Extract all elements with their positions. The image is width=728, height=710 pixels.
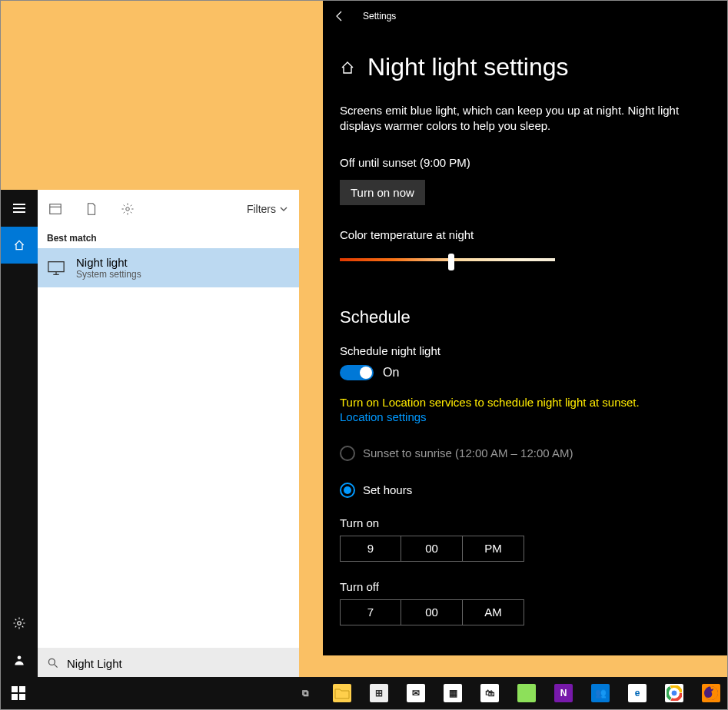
result-night-light[interactable]: Night light System settings xyxy=(38,248,299,287)
user-icon xyxy=(13,654,25,666)
rail-menu-button[interactable] xyxy=(1,190,38,227)
schedule-toggle[interactable] xyxy=(340,365,374,380)
start-button[interactable] xyxy=(1,677,35,709)
turn-off-label: Turn off xyxy=(340,580,712,593)
filters-dropdown[interactable]: Filters xyxy=(247,203,288,215)
svg-point-1 xyxy=(18,655,22,659)
radio-sunset-row[interactable]: Sunset to sunrise (12:00 AM – 12:00 AM) xyxy=(340,446,712,461)
svg-rect-13 xyxy=(19,694,25,700)
turn-on-time: 9 00 PM xyxy=(340,536,712,562)
search-panel: Filters Best match Night light System se… xyxy=(38,190,299,678)
svg-rect-5 xyxy=(48,261,64,271)
people-icon[interactable]: 👥 xyxy=(584,681,617,705)
search-icon xyxy=(47,657,59,669)
color-temp-label: Color temperature at night xyxy=(340,228,712,241)
onenote-icon[interactable]: N xyxy=(547,681,580,705)
start-rail xyxy=(1,190,38,678)
task-view-icon[interactable]: ⧉ xyxy=(289,681,321,705)
rail-user-button[interactable] xyxy=(1,642,38,678)
radio-sunset[interactable] xyxy=(340,446,355,461)
turn-on-now-button[interactable]: Turn on now xyxy=(340,180,425,205)
calculator-icon[interactable]: ⊞ xyxy=(363,681,395,705)
status-text: Off until sunset (9:00 PM) xyxy=(340,156,712,169)
schedule-toggle-label: Schedule night light xyxy=(340,344,712,357)
settings-body: Night light settings Screens emit blue l… xyxy=(323,32,728,625)
svg-rect-11 xyxy=(19,686,25,692)
taskbar-apps: ⧉⊞✉▦🛍N👥e xyxy=(283,681,727,705)
window-label: Settings xyxy=(363,11,396,22)
apps-scope-icon[interactable] xyxy=(48,202,62,216)
schedule-heading: Schedule xyxy=(340,307,712,327)
taskbar: ⧉⊞✉▦🛍N👥e xyxy=(1,677,727,709)
sticky-notes-icon[interactable] xyxy=(510,681,543,705)
page-title-row: Night light settings xyxy=(340,53,712,81)
turn-off-min[interactable]: 00 xyxy=(401,599,463,625)
documents-scope-icon[interactable] xyxy=(85,202,98,216)
settings-window: Settings Night light settings Screens em… xyxy=(323,1,728,655)
search-input[interactable] xyxy=(67,657,290,670)
color-temp-slider[interactable] xyxy=(340,249,555,272)
home-icon[interactable] xyxy=(340,60,355,75)
windows-logo-icon xyxy=(12,686,25,700)
svg-point-8 xyxy=(48,659,55,665)
location-warning: Turn on Location services to schedule ni… xyxy=(340,396,712,409)
svg-rect-12 xyxy=(12,694,18,700)
turn-on-hour[interactable]: 9 xyxy=(340,536,401,562)
result-title: Night light xyxy=(76,256,141,269)
chevron-down-icon xyxy=(279,204,288,214)
edge-icon[interactable]: e xyxy=(621,681,653,705)
firefox-icon[interactable] xyxy=(695,681,727,705)
rail-home-button[interactable] xyxy=(1,227,38,264)
svg-rect-2 xyxy=(50,204,61,214)
hamburger-icon xyxy=(13,204,25,213)
turn-on-label: Turn on xyxy=(340,516,712,529)
slider-track xyxy=(340,258,555,261)
svg-point-0 xyxy=(18,622,22,625)
turn-off-ampm[interactable]: AM xyxy=(463,599,524,625)
slider-thumb[interactable] xyxy=(448,254,454,270)
location-settings-link[interactable]: Location settings xyxy=(340,410,427,423)
monitor-icon xyxy=(47,260,65,277)
turn-on-ampm[interactable]: PM xyxy=(463,536,524,562)
file-explorer-icon[interactable] xyxy=(326,681,358,705)
turn-off-time: 7 00 AM xyxy=(340,599,712,625)
search-input-row xyxy=(38,648,299,678)
calendar-icon[interactable]: ▦ xyxy=(437,681,469,705)
radio-sethours-label: Set hours xyxy=(363,483,412,496)
turn-off-hour[interactable]: 7 xyxy=(340,599,401,625)
result-subtitle: System settings xyxy=(76,269,141,280)
search-results-area xyxy=(38,287,299,648)
radio-sethours-row[interactable]: Set hours xyxy=(340,483,712,498)
svg-point-4 xyxy=(126,207,130,211)
page-description: Screens emit blue light, which can keep … xyxy=(340,103,701,134)
schedule-toggle-state: On xyxy=(383,366,399,380)
search-toolbar: Filters xyxy=(38,190,299,228)
schedule-toggle-row: On xyxy=(340,365,712,380)
settings-scope-icon[interactable] xyxy=(121,202,135,216)
back-arrow-icon[interactable] xyxy=(334,10,346,22)
chrome-icon[interactable] xyxy=(658,681,690,705)
turn-on-min[interactable]: 00 xyxy=(401,536,463,562)
filters-label: Filters xyxy=(247,203,276,215)
home-icon xyxy=(13,239,25,251)
taskbar-search-zone xyxy=(35,677,283,709)
page-title: Night light settings xyxy=(367,53,568,81)
store-icon[interactable]: 🛍 xyxy=(474,681,506,705)
mail-icon[interactable]: ✉ xyxy=(400,681,432,705)
rail-settings-button[interactable] xyxy=(1,605,38,642)
gear-icon xyxy=(12,616,26,630)
svg-rect-10 xyxy=(12,686,18,692)
radio-sethours[interactable] xyxy=(340,483,355,498)
radio-sunset-label: Sunset to sunrise (12:00 AM – 12:00 AM) xyxy=(363,446,573,460)
svg-line-9 xyxy=(55,665,58,668)
settings-titlebar: Settings xyxy=(323,1,728,32)
best-match-header: Best match xyxy=(38,228,299,248)
